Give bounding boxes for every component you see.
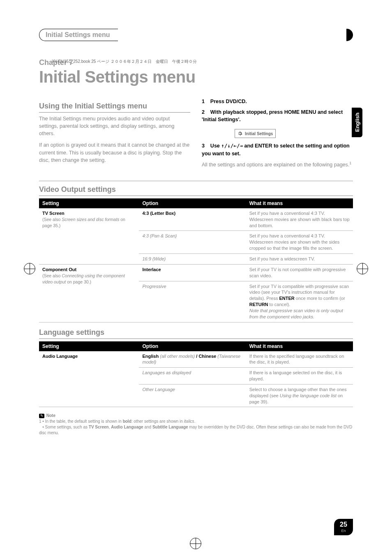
option-value: Other Language (142, 387, 175, 392)
step-text: Use (210, 143, 221, 149)
note-block: ✎ Note 1 • In the table, the default set… (39, 413, 353, 436)
diagram-label: Initial Settings (245, 131, 273, 136)
option-value: Progressive (142, 284, 166, 289)
setting-label: Audio Language (42, 354, 78, 359)
option-meaning: Set if you have a widescreen TV. (246, 253, 353, 264)
table-row: Component Out (See also Connecting using… (39, 264, 353, 281)
arrow-keys: ↑/↓/←/→ (221, 143, 243, 149)
option-meaning: If there is the specified language sound… (246, 351, 353, 368)
bookmark-text: XV-DV151_252.book 25 ページ ２００６年２月２４日 金曜日 … (52, 59, 197, 64)
option-meaning: Set if you have a conventional 4:3 TV. W… (246, 208, 353, 231)
step-number: 1 (202, 99, 205, 104)
right-column: 1 Press DVD/CD. 2 With playback stopped,… (202, 98, 353, 173)
option-value: 16:9 (Wide) (142, 256, 166, 261)
registration-mark (24, 263, 35, 274)
page-title: Initial Settings menu (39, 68, 353, 86)
header-section-number: 07 (337, 30, 346, 40)
col-header: What it means (246, 341, 353, 351)
separator (39, 181, 353, 181)
step-text: With playback stopped, press HOME MENU a… (202, 109, 343, 122)
option-value: Languages as displayed (142, 370, 191, 375)
initial-settings-diagram: Initial Settings (235, 129, 276, 138)
step-line: 1 Press DVD/CD. (202, 98, 353, 105)
option-meaning: Set if your TV is not compatible with pr… (246, 264, 353, 281)
option-value: 4:3 (Letter Box) (142, 211, 175, 216)
step-number: 2 (202, 109, 205, 115)
table-row: Audio Language English (all other models… (39, 351, 353, 368)
language-settings-table: Setting Option What it means Audio Langu… (39, 341, 353, 408)
header-section-title: Initial Settings menu (46, 31, 110, 39)
registration-mark (190, 538, 201, 549)
col-header: Setting (39, 341, 139, 351)
page-header: Initial Settings menu 07 (39, 29, 353, 41)
header-section-tab: Initial Settings menu (39, 29, 134, 41)
section-heading: Using the Initial Settings menu (39, 102, 190, 113)
option-meaning: Select to choose a language other than t… (246, 384, 353, 407)
table-row: TV Screen (See also Screen sizes and dis… (39, 208, 353, 231)
page-number: 25 (340, 521, 347, 528)
footnote-ref: 1 (349, 161, 351, 165)
option-value: English (all other models) / Chinese (Ta… (139, 351, 246, 368)
body-paragraph: If an option is grayed out it means that… (39, 141, 190, 164)
body-paragraph: The Initial Settings menu provides audio… (39, 115, 190, 137)
col-header: Option (139, 341, 246, 351)
section-heading: Video Output settings (39, 185, 353, 196)
page-lang: En (341, 529, 346, 533)
setting-label: TV Screen (42, 211, 65, 216)
step-line: 3 Use ↑/↓/←/→ and ENTER to select the se… (202, 142, 353, 157)
option-meaning: Set if you have a conventional 4:3 TV. W… (246, 231, 353, 254)
option-meaning: If there is a language selected on the d… (246, 368, 353, 385)
note-icon: ✎ (39, 414, 44, 418)
step-line: 2 With playback stopped, press HOME MENU… (202, 108, 353, 123)
note-label: Note (46, 413, 55, 418)
setting-label: Component Out (42, 267, 76, 272)
body-paragraph: All the settings and options are explain… (202, 161, 353, 168)
registration-mark (357, 263, 368, 274)
col-header: What it means (246, 198, 353, 208)
language-side-tab: English (352, 108, 362, 137)
step-text: Press DVD/CD. (210, 99, 247, 104)
left-column: Using the Initial Settings menu The Init… (39, 98, 190, 173)
col-header: Option (139, 198, 246, 208)
page-number-badge: 25 En (334, 519, 353, 535)
gear-icon (238, 131, 242, 136)
col-header: Setting (39, 198, 139, 208)
section-heading: Language settings (39, 328, 353, 339)
option-value: 4:3 (Pan & Scan) (142, 233, 177, 238)
video-output-table: Setting Option What it means TV Screen (… (39, 198, 353, 322)
step-number: 3 (202, 143, 205, 149)
header-number-tab: 07 (330, 29, 353, 41)
option-meaning: Set if your TV is compatible with progre… (246, 281, 353, 322)
option-value: Interlace (142, 267, 161, 272)
